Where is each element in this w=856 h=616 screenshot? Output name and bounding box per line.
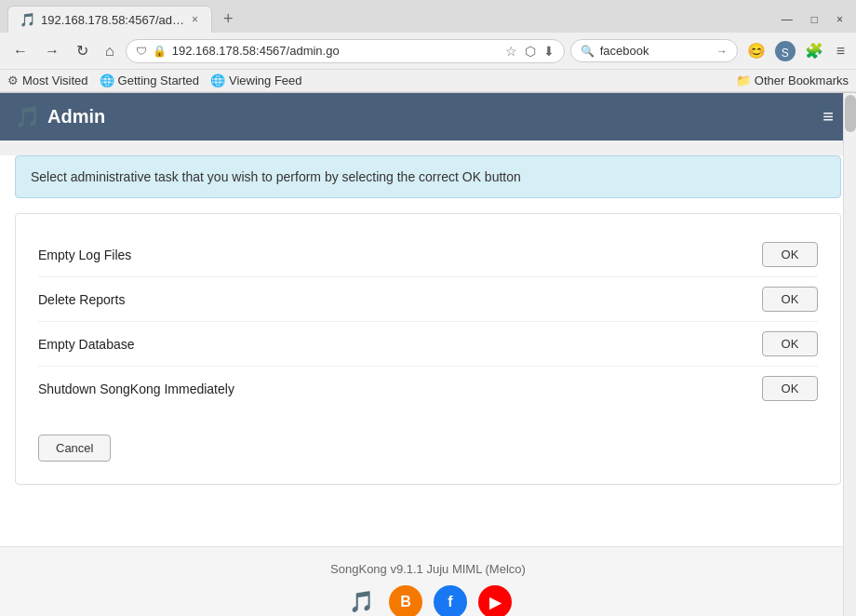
app-logo-icon: 🎵 [15, 105, 40, 129]
nav-extra-icons: 😊 S 🧩 ≡ [743, 40, 849, 61]
extensions-icon[interactable]: 🧩 [801, 40, 827, 61]
most-visited-icon: ⚙ [7, 74, 19, 87]
forward-button[interactable]: → [39, 39, 65, 63]
footer-icons: 🎵 B f ▶ [0, 585, 856, 616]
bookmark-getting-started[interactable]: 🌐 Getting Started [100, 74, 199, 87]
star-icon[interactable]: ☆ [505, 44, 517, 59]
pocket-icon[interactable]: ⬡ [525, 44, 536, 59]
hamburger-menu-button[interactable]: ≡ [815, 102, 841, 131]
tab-favicon: 🎵 [20, 12, 35, 27]
info-banner-text: Select administrative task that you wish… [31, 169, 521, 184]
viewing-feed-icon: 🌐 [210, 74, 225, 87]
most-visited-label: Most Visited [22, 74, 88, 87]
tab-title: 192.168.178.58:4567/admin.go [41, 13, 184, 27]
app-header: 🎵 Admin ≡ [0, 93, 856, 141]
bookmark-most-visited[interactable]: ⚙ Most Visited [7, 74, 88, 87]
new-tab-button[interactable]: + [216, 6, 241, 33]
footer-songkong-icon[interactable]: 🎵 [344, 585, 378, 616]
getting-started-icon: 🌐 [100, 74, 114, 87]
task-row-empty-log: Empty Log Files OK [38, 233, 818, 276]
active-tab[interactable]: 🎵 192.168.178.58:4567/admin.go × [7, 6, 212, 33]
footer-blogger-icon[interactable]: B [389, 585, 422, 616]
task-label-empty-database: Empty Database [38, 337, 747, 352]
search-icon: 🔍 [581, 45, 595, 58]
lock-icon: 🔒 [153, 45, 167, 58]
youtube-play-icon: ▶ [489, 594, 501, 611]
ok-button-empty-database[interactable]: OK [762, 331, 818, 356]
footer-version-text: SongKong v9.1.1 Juju MIML (Melco) [0, 562, 856, 576]
minimize-button[interactable]: — [776, 11, 798, 28]
close-window-button[interactable]: × [831, 11, 849, 28]
page-content: 🎵 Admin ≡ Select administrative task tha… [0, 93, 856, 616]
task-label-empty-log: Empty Log Files [38, 248, 747, 262]
search-bar[interactable]: 🔍 facebook → [570, 39, 738, 62]
search-arrow-icon: → [716, 45, 728, 58]
app-footer: SongKong v9.1.1 Juju MIML (Melco) 🎵 B f … [0, 546, 856, 616]
home-button[interactable]: ⌂ [100, 39, 120, 63]
bookmark-viewing-feed[interactable]: 🌐 Viewing Feed [210, 74, 302, 87]
footer-facebook-icon[interactable]: f [434, 585, 467, 616]
task-row-shutdown: Shutdown SongKong Immediately OK [38, 367, 818, 410]
scrollbar-thumb[interactable] [845, 95, 856, 132]
other-bookmarks[interactable]: 📁 Other Bookmarks [736, 74, 849, 87]
shield-icon: 🛡 [136, 45, 147, 58]
download-icon[interactable]: ⬇ [543, 44, 555, 59]
other-bookmarks-label: Other Bookmarks [755, 74, 849, 87]
address-action-icons: ☆ ⬡ ⬇ [505, 44, 555, 59]
ok-button-empty-log[interactable]: OK [762, 242, 818, 267]
info-banner: Select administrative task that you wish… [15, 155, 841, 198]
address-text: 192.168.178.58:4567/admin.go [172, 44, 500, 58]
reload-button[interactable]: ↻ [71, 38, 94, 63]
menu-icon[interactable]: ≡ [833, 41, 849, 61]
task-label-delete-reports: Delete Reports [38, 292, 747, 307]
maximize-button[interactable]: □ [806, 11, 823, 28]
scrollbar-track[interactable] [843, 93, 856, 616]
viewing-feed-label: Viewing Feed [229, 74, 302, 87]
ok-button-delete-reports[interactable]: OK [762, 287, 818, 312]
ok-button-shutdown[interactable]: OK [762, 376, 818, 401]
search-text: facebook [600, 44, 711, 58]
window-controls: — □ × [776, 11, 849, 28]
account-icon[interactable]: S [775, 41, 796, 61]
admin-panel: Empty Log Files OK Delete Reports OK Emp… [15, 213, 841, 485]
task-label-shutdown: Shutdown SongKong Immediately [38, 382, 747, 396]
app-title: Admin [47, 106, 105, 127]
tab-bar: 🎵 192.168.178.58:4567/admin.go × + — □ × [0, 0, 856, 33]
tab-close-button[interactable]: × [190, 13, 200, 26]
blogger-letter-icon: B [400, 594, 411, 610]
footer-youtube-icon[interactable]: ▶ [478, 585, 512, 616]
nav-bar: ← → ↻ ⌂ 🛡 🔒 192.168.178.58:4567/admin.go… [0, 33, 856, 69]
app-title-wrap: 🎵 Admin [15, 105, 105, 129]
cancel-row: Cancel [38, 425, 818, 462]
main-content: Select administrative task that you wish… [0, 155, 856, 546]
cancel-button[interactable]: Cancel [38, 435, 111, 462]
facebook-letter-icon: f [448, 594, 452, 610]
folder-icon: 📁 [736, 74, 751, 87]
address-bar[interactable]: 🛡 🔒 192.168.178.58:4567/admin.go ☆ ⬡ ⬇ [126, 39, 565, 63]
getting-started-label: Getting Started [118, 74, 199, 87]
songkong-note-icon: 🎵 [349, 590, 374, 614]
back-button[interactable]: ← [7, 39, 33, 63]
task-row-empty-database: Empty Database OK [38, 322, 818, 366]
emoji-icon[interactable]: 😊 [743, 40, 769, 61]
bookmarks-bar: ⚙ Most Visited 🌐 Getting Started 🌐 Viewi… [0, 69, 856, 92]
task-row-delete-reports: Delete Reports OK [38, 277, 818, 321]
